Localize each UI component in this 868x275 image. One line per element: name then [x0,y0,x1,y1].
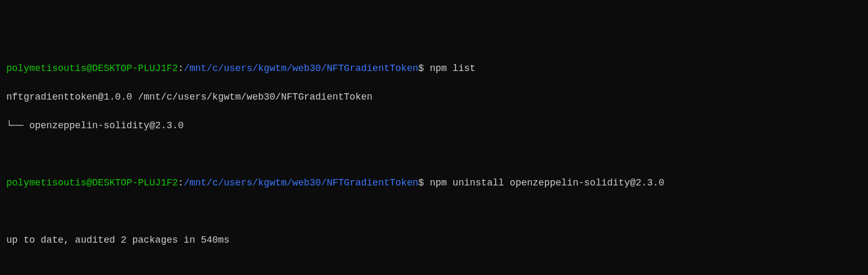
prompt-path: /mnt/c/users/kgwtm/web30/NFTGradientToke… [184,178,418,188]
prompt-colon: : [178,63,184,74]
blank-line [6,205,862,219]
prompt-dollar: $ [418,63,424,74]
blank-line [6,262,862,275]
output-2-line-1: up to date, audited 2 packages in 540ms [6,233,862,247]
output-1-line-1: nftgradienttoken@1.0.0 /mnt/c/users/kgwt… [6,90,862,104]
prompt-path: /mnt/c/users/kgwtm/web30/NFTGradientToke… [184,63,418,74]
blank-line [6,147,862,162]
output-1-line-2: └── openzeppelin-solidity@2.3.0 [6,119,862,133]
prompt-user: polymetisoutis@DESKTOP-PLUJ1F2 [6,178,178,188]
command-1: npm list [429,63,475,74]
prompt-line-1[interactable]: polymetisoutis@DESKTOP-PLUJ1F2:/mnt/c/us… [6,61,862,76]
prompt-dollar: $ [418,178,424,188]
command-2: npm uninstall openzeppelin-solidity@2.3.… [429,178,664,188]
prompt-user: polymetisoutis@DESKTOP-PLUJ1F2 [6,63,178,74]
prompt-line-2[interactable]: polymetisoutis@DESKTOP-PLUJ1F2:/mnt/c/us… [6,176,862,190]
prompt-colon: : [178,178,184,188]
